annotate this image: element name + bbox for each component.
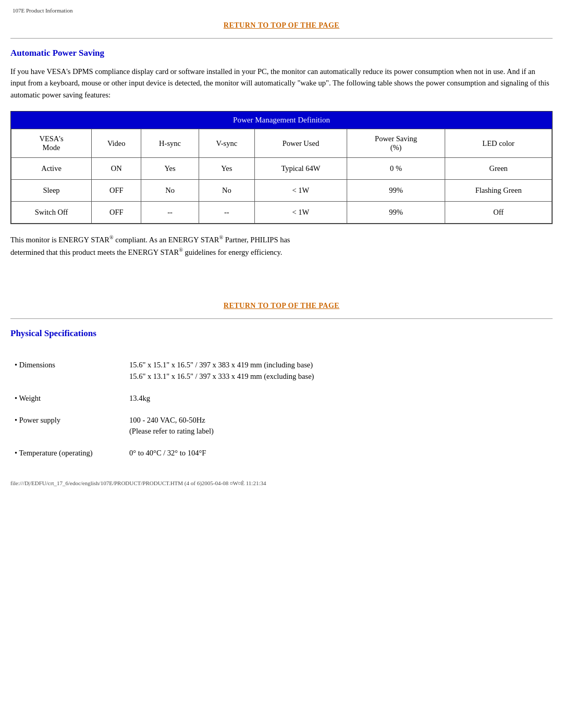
col-header-vesa-mode: VESA'sMode xyxy=(11,129,92,158)
specs-table-body: • Dimensions15.6" x 15.1" x 16.5" / 397 … xyxy=(10,354,553,464)
table-cell-row0-col2: Yes xyxy=(141,158,199,180)
spec-row: • Temperature (operating)0° to 40°C / 32… xyxy=(10,442,553,464)
top-divider xyxy=(10,38,553,39)
spec-value: 0° to 40°C / 32° to 104°F xyxy=(125,442,553,464)
return-link-bottom-container: RETURN TO TOP OF THE PAGE xyxy=(10,297,553,315)
power-table-body: ActiveONYesYesTypical 64W0 %GreenSleepOF… xyxy=(11,158,552,224)
physical-specifications-section: Physical Specifications • Dimensions15.6… xyxy=(10,328,553,464)
table-row: SleepOFFNoNo< 1W99%Flashing Green xyxy=(11,180,552,202)
table-cell-row1-col2: No xyxy=(141,180,199,202)
spec-row: • Power supply100 - 240 VAC, 60-50Hz(Ple… xyxy=(10,410,553,443)
col-header-power-saving: Power Saving(%) xyxy=(347,129,445,158)
energy-star-text-1: This monitor is ENERGY STAR® compliant. … xyxy=(10,236,290,256)
spec-label: • Weight xyxy=(10,388,125,410)
spec-row: • Weight13.4kg xyxy=(10,388,553,410)
table-cell-row1-col5: 99% xyxy=(347,180,445,202)
return-link-top-container: RETURN TO TOP OF THE PAGE xyxy=(10,17,553,35)
col-header-hsync: H-sync xyxy=(141,129,199,158)
spec-value: 13.4kg xyxy=(125,388,553,410)
power-table: VESA'sMode Video H-sync V-sync Power Use… xyxy=(11,129,552,224)
spec-label: • Dimensions xyxy=(10,354,125,388)
spec-row: • Dimensions15.6" x 15.1" x 16.5" / 397 … xyxy=(10,354,553,388)
section-title-power-saving: Automatic Power Saving xyxy=(10,48,553,58)
col-header-vsync: V-sync xyxy=(199,129,254,158)
table-cell-row2-col0: Switch Off xyxy=(11,202,92,224)
table-cell-row1-col6: Flashing Green xyxy=(445,180,552,202)
return-to-top-link[interactable]: RETURN TO TOP OF THE PAGE xyxy=(224,21,339,29)
specs-table: • Dimensions15.6" x 15.1" x 16.5" / 397 … xyxy=(10,354,553,464)
table-cell-row2-col2: -- xyxy=(141,202,199,224)
table-cell-row2-col4: < 1W xyxy=(255,202,347,224)
power-management-table-container: Power Management Definition VESA'sMode V… xyxy=(10,111,553,224)
col-header-power-used: Power Used xyxy=(255,129,347,158)
table-header: Power Management Definition xyxy=(11,112,552,129)
spec-label: • Power supply xyxy=(10,410,125,443)
bottom-divider xyxy=(10,318,553,319)
col-header-led-color: LED color xyxy=(445,129,552,158)
table-cell-row2-col3: -- xyxy=(199,202,254,224)
intro-paragraph: If you have VESA's DPMS compliance displ… xyxy=(10,66,553,101)
table-cell-row2-col6: Off xyxy=(445,202,552,224)
return-to-top-link-bottom[interactable]: RETURN TO TOP OF THE PAGE xyxy=(224,302,339,310)
energy-star-paragraph: This monitor is ENERGY STAR® compliant. … xyxy=(10,233,553,258)
table-cell-row1-col0: Sleep xyxy=(11,180,92,202)
automatic-power-saving-section: Automatic Power Saving If you have VESA'… xyxy=(10,48,553,258)
table-cell-row2-col1: OFF xyxy=(92,202,141,224)
spec-value: 15.6" x 15.1" x 16.5" / 397 x 383 x 419 … xyxy=(125,354,553,388)
table-cell-row0-col6: Green xyxy=(445,158,552,180)
table-cell-row0-col4: Typical 64W xyxy=(255,158,347,180)
table-cell-row0-col5: 0 % xyxy=(347,158,445,180)
browser-tab-title: 107E Product Information xyxy=(10,5,553,15)
table-cell-row0-col0: Active xyxy=(11,158,92,180)
spec-label: • Temperature (operating) xyxy=(10,442,125,464)
section-title-physical-specs: Physical Specifications xyxy=(10,328,553,339)
table-row: Switch OffOFF----< 1W99%Off xyxy=(11,202,552,224)
table-cell-row1-col4: < 1W xyxy=(255,180,347,202)
table-cell-row0-col1: ON xyxy=(92,158,141,180)
table-cell-row0-col3: Yes xyxy=(199,158,254,180)
col-header-video: Video xyxy=(92,129,141,158)
table-cell-row1-col1: OFF xyxy=(92,180,141,202)
table-row: ActiveONYesYesTypical 64W0 %Green xyxy=(11,158,552,180)
table-column-headers: VESA'sMode Video H-sync V-sync Power Use… xyxy=(11,129,552,158)
table-cell-row2-col5: 99% xyxy=(347,202,445,224)
page-footer: file:///D|/EDFU/crt_17_6/edoc/english/10… xyxy=(10,464,553,489)
spec-value: 100 - 240 VAC, 60-50Hz(Please refer to r… xyxy=(125,410,553,443)
table-cell-row1-col3: No xyxy=(199,180,254,202)
